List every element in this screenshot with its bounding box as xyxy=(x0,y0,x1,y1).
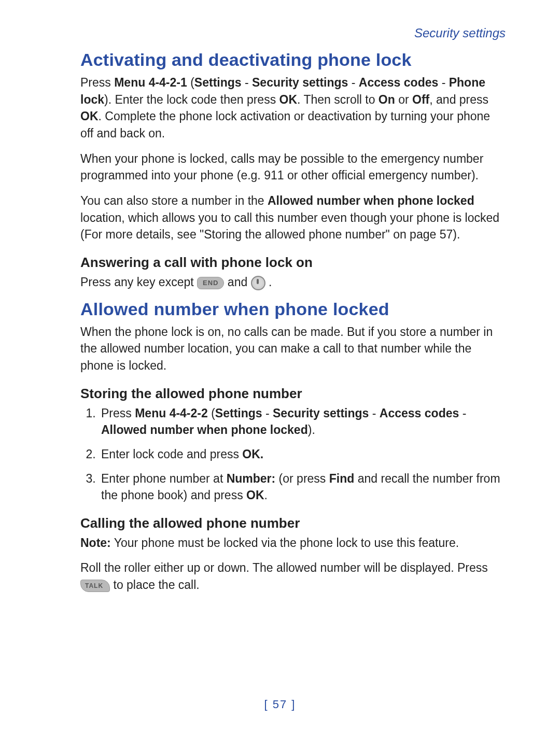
heading-calling: Calling the allowed phone number xyxy=(80,515,506,531)
para-1: Press Menu 4-4-2-1 (Settings - Security … xyxy=(80,74,506,142)
para-3: You can also store a number in the Allow… xyxy=(80,192,506,243)
power-key-icon xyxy=(251,276,265,290)
list-item: Press Menu 4-4-2-2 (Settings - Security … xyxy=(99,405,506,439)
page-number: [ 57 ] xyxy=(0,698,560,711)
para-7: Roll the roller either up or down. The a… xyxy=(80,559,506,593)
heading-allowed: Allowed number when phone locked xyxy=(80,299,506,319)
talk-key-icon: TALK xyxy=(80,580,110,592)
heading-activating: Activating and deactivating phone lock xyxy=(80,50,506,70)
heading-answering: Answering a call with phone lock on xyxy=(80,255,506,271)
para-2: When your phone is locked, calls may be … xyxy=(80,150,506,184)
list-item: Enter lock code and press OK. xyxy=(99,446,506,463)
list-item: Enter phone number at Number: (or press … xyxy=(99,470,506,504)
storing-steps: Press Menu 4-4-2-2 (Settings - Security … xyxy=(80,405,506,504)
heading-storing: Storing the allowed phone number xyxy=(80,386,506,402)
section-header: Security settings xyxy=(80,26,506,40)
end-key-icon: END xyxy=(197,277,224,289)
para-5: When the phone lock is on, no calls can … xyxy=(80,323,506,374)
manual-page: Security settings Activating and deactiv… xyxy=(0,0,560,732)
para-6: Note: Your phone must be locked via the … xyxy=(80,534,506,552)
para-4: Press any key except END and . xyxy=(80,274,506,291)
